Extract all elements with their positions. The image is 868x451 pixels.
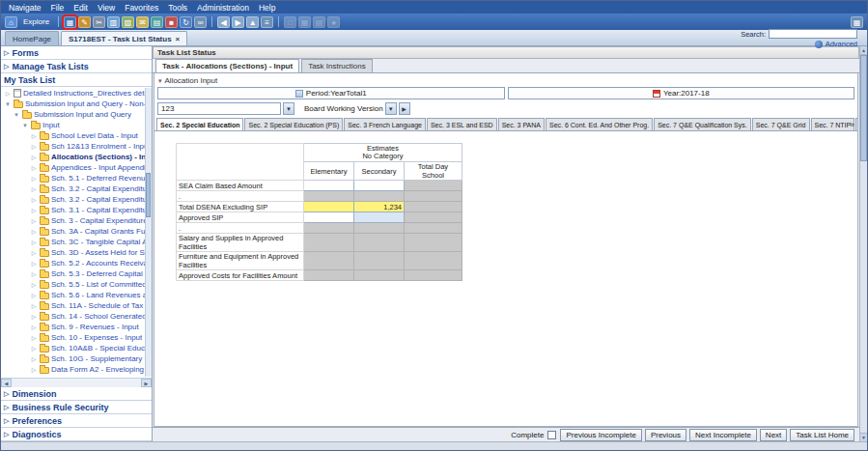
back-icon[interactable]: ◀ [217, 16, 230, 28]
collapse-icon[interactable]: ▼ [4, 101, 12, 107]
menu-favorites[interactable]: Favorites [120, 3, 163, 13]
tree-item-sch-5-5-list-of-committed-capital[interactable]: ▷Sch. 5.5 - List of Committed Capital [1, 279, 152, 290]
lock-icon[interactable]: ■ [165, 16, 178, 28]
scrollbar-thumb[interactable] [860, 55, 867, 161]
complete-checkbox[interactable] [547, 431, 556, 439]
scroll-right-icon[interactable]: ▶ [141, 379, 152, 387]
tree-item-sch-9-revenues-input[interactable]: ▷Sch. 9 - Revenues - Input [1, 322, 152, 332]
expand-icon[interactable]: ▷ [30, 164, 38, 171]
form-tab-sec-2-special-education-ps[interactable]: Sec. 2 Special Education (PS) [244, 118, 343, 130]
button-previous[interactable]: Previous [645, 429, 686, 441]
menu-navigate[interactable]: Navigate [4, 3, 46, 13]
menu-edit[interactable]: Edit [69, 3, 93, 13]
expand-icon[interactable]: ▷ [30, 334, 38, 341]
form-tab-sec-3-esl-and-esd[interactable]: Sec. 3 ESL and ESD [427, 118, 497, 130]
menu-file[interactable]: File [46, 3, 70, 13]
up-icon[interactable]: ▲ [246, 16, 259, 28]
chart-icon[interactable]: ▤ [151, 16, 163, 28]
pov-year[interactable]: Year:2017-18 [508, 87, 855, 99]
page-selector-dropdown-icon[interactable]: ▼ [283, 102, 294, 115]
button-task-list-home[interactable]: Task List Home [790, 429, 854, 441]
home-icon[interactable]: ⌂ [5, 16, 17, 28]
collapse-icon[interactable]: ▼ [21, 123, 29, 128]
menu-view[interactable]: View [93, 3, 120, 13]
expand-icon[interactable]: ▷ [30, 345, 38, 352]
expand-icon[interactable]: ▷ [30, 313, 38, 320]
expand-icon[interactable]: ▷ [30, 270, 38, 277]
button-previous-incomplete[interactable]: Previous Incomplete [560, 429, 641, 441]
grid-cell[interactable] [304, 181, 354, 191]
refresh-icon[interactable]: ↻ [180, 16, 192, 28]
grid-cell[interactable] [304, 212, 354, 223]
button-next-incomplete[interactable]: Next Incomplete [689, 429, 757, 441]
expand-icon[interactable]: ▷ [30, 132, 38, 139]
expand-icon[interactable]: ▷ [30, 175, 38, 182]
tree-vertical-scrollbar[interactable] [145, 88, 152, 377]
tree-item-sch-11a-schedule-of-tax-revenu[interactable]: ▷Sch. 11A - Schedule of Tax Revenu [1, 300, 152, 311]
expand-icon[interactable]: ▷ [4, 90, 12, 97]
tool-disabled-2-icon[interactable]: ▦ [298, 16, 311, 28]
form-tab-sec-7-q-e-grid[interactable]: Sec. 7 Q&E Grid [752, 118, 810, 130]
page-selector[interactable]: 123 [157, 102, 281, 115]
tree-item-sch-10a-b-special-education-exp[interactable]: ▷Sch. 10A&B - Special Education Exp [1, 343, 152, 353]
sidebar-section-business-rule-security[interactable]: ▷Business Rule Security [1, 401, 152, 414]
form-tab-sec-2-special-education[interactable]: Sec. 2 Special Education [156, 118, 243, 130]
tree-item-sch-3-1-capital-expenditures-m[interactable]: ▷Sch. 3.1 - Capital Expenditures - M [1, 205, 152, 215]
go-icon[interactable]: ▶ [399, 102, 410, 115]
tree-horizontal-scrollbar[interactable]: ◀ ▶ [1, 378, 152, 387]
expand-icon[interactable]: ▷ [30, 185, 38, 192]
sidebar-section-preferences[interactable]: ▷Preferences [1, 414, 152, 428]
form-tab-sec-7-ntip[interactable]: Sec. 7 NTIP [811, 118, 855, 130]
button-next[interactable]: Next [760, 429, 787, 441]
tree-item-sch-14-school-generated-funds[interactable]: ▷Sch. 14 - School Generated Funds - [1, 311, 152, 322]
task-tab-task-instructions[interactable]: Task Instructions [301, 59, 373, 72]
tree-item-sch-3d-assets-held-for-sale-inp[interactable]: ▷Sch. 3D - Assets Held for Sale - Inp [1, 247, 152, 258]
close-icon[interactable]: × [176, 35, 181, 43]
tree-item-submission-input-and-query-non-fs-soumi[interactable]: ▼Submission Input and Query - Non-FS_Sou… [1, 99, 152, 109]
scroll-down-icon[interactable]: ▼ [860, 433, 867, 441]
document-tab-homepage[interactable]: HomePage [5, 31, 59, 45]
form-tab-sec-3-pana[interactable]: Sec. 3 PANA [498, 118, 545, 130]
tree-scrollbar-thumb[interactable] [146, 173, 151, 217]
copy-icon[interactable]: ▥ [107, 16, 120, 28]
sidebar-section-dimension[interactable]: ▷Dimension [1, 387, 152, 401]
tree-item-data-form-a2-enveloping-input[interactable]: ▷Data Form A2 - Enveloping - Input [1, 364, 152, 375]
form-tab-sec-7-q-e-qualification-sys[interactable]: Sec. 7 Q&E Qualification Sys. [654, 118, 751, 130]
sidebar-section-forms[interactable]: ▷Forms [1, 46, 152, 60]
version-dropdown-icon[interactable]: ▼ [385, 102, 397, 115]
explore-grid-icon[interactable]: ▦ [64, 16, 76, 28]
expand-icon[interactable]: ▷ [30, 154, 38, 160]
scroll-left-icon[interactable]: ◀ [1, 379, 12, 387]
expand-icon[interactable]: ▷ [30, 281, 38, 288]
task-tab-task-allocations-sections-input[interactable]: Task - Allocations (Sections) - Input [155, 59, 299, 72]
paste-icon[interactable]: ▧ [122, 16, 134, 28]
grid-cell[interactable]: 1,234 [354, 202, 405, 212]
collapse-icon[interactable]: ▼ [13, 112, 20, 118]
expand-icon[interactable]: ▷ [30, 366, 38, 373]
scroll-up-icon[interactable]: ▲ [860, 46, 867, 55]
list-icon[interactable]: ≡ [261, 16, 273, 28]
mail-icon[interactable]: ✉ [136, 16, 149, 28]
tree-item-sch-5-3-deferred-capital-contribu[interactable]: ▷Sch. 5.3 - Deferred Capital Contribu [1, 268, 152, 279]
expand-icon[interactable]: ▷ [30, 217, 38, 224]
hscroll-track[interactable] [12, 379, 141, 387]
tree-item-submission-input-and-query[interactable]: ▼Submission Input and Query [1, 109, 152, 120]
tree-item-sch-3a-capital-grants-funding-i[interactable]: ▷Sch. 3A - Capital Grants Funding - I [1, 226, 152, 237]
toggle-pane-icon[interactable]: ▦ [851, 16, 863, 28]
tool-disabled-1-icon[interactable]: □ [284, 16, 296, 28]
link-icon[interactable]: ∞ [194, 16, 207, 28]
tabs-overflow-icon[interactable]: » [850, 120, 854, 129]
tree-item-sch-12-13-enrolment-input[interactable]: ▷Sch 12&13 Enrolment - Input [1, 141, 152, 152]
grid-cell[interactable] [354, 181, 405, 191]
menu-tools[interactable]: Tools [163, 3, 192, 13]
tree-item-school-level-data-input[interactable]: ▷School Level Data - Input [1, 130, 152, 141]
my-task-list-header[interactable]: My Task List [1, 73, 152, 87]
grid-cell[interactable] [304, 202, 354, 212]
tree-item-allocations-sections-input[interactable]: ▷Allocations (Sections) - Input [1, 152, 152, 162]
grid-cell[interactable] [354, 212, 405, 223]
expand-icon[interactable]: ▷ [30, 228, 38, 235]
form-tab-sec-7-ece-grid[interactable]: Sec. 7 ECE Grid [855, 118, 857, 130]
tree-item-sch-3-2-capital-expenditures-det[interactable]: ▷Sch. 3.2 - Capital Expenditures Det [1, 194, 152, 205]
vertical-scrollbar[interactable]: ▲ ▼ [859, 46, 867, 441]
edit-icon[interactable]: ✎ [78, 16, 91, 28]
